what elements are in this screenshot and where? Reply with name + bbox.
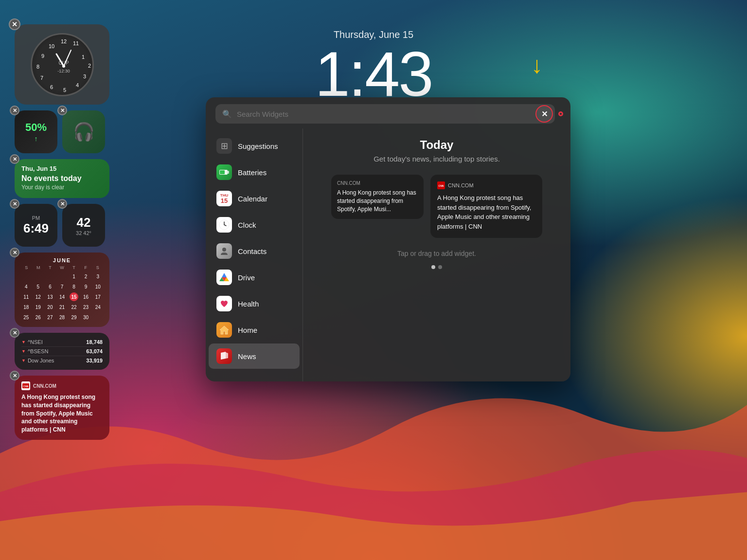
suggestions-icon: ⊞ [216,138,232,154]
clock-icon [216,217,232,233]
sidebar-item-health[interactable]: Health [209,291,300,316]
headphone-icon: 🎧 [73,122,95,142]
news-headline-left: A Hong Kong protest song has started dis… [21,393,103,434]
cnn-logo-large: CNN [437,181,445,189]
sidebar-item-suggestions[interactable]: ⊞ Suggestions [209,133,300,159]
mini-calendar-widget: ✕ JUNE SMTWTFS 1 2 3 4 5 6 7 8 9 10 11 1… [15,253,109,327]
contacts-icon-svg [219,246,229,256]
svg-text:9: 9 [41,53,44,59]
arrow-indicator: ↓ [531,54,543,77]
news-source-label: CNN.COM [33,383,56,389]
battery-widget: ✕ 50% ↑ [15,110,57,153]
panel-body: ⊞ Suggestions Batteries THU 15 [206,128,570,381]
stock-row-bsesn: ▼ ^BSESN 63,074 [21,347,103,356]
sidebar-label-suggestions: Suggestions [238,142,278,150]
cnn-svg: CNN [22,383,29,388]
svg-rect-21 [220,170,225,174]
panel-close-button[interactable]: ✕ [535,105,553,123]
mini-cal-days-header: SMTWTFS [20,265,104,270]
news-icon-svg [219,351,230,361]
search-icon: 🔍 [222,109,232,119]
stock-row-nsei: ▼ ^NSEI 18,748 [21,338,103,347]
svg-text:3: 3 [83,73,86,79]
svg-rect-20 [228,171,229,174]
add-widget-hint: Tap or drag to add widget. [397,250,476,257]
sidebar-label-batteries: Batteries [238,168,267,177]
sidebar-label-health: Health [238,300,259,308]
svg-text:CNN: CNN [439,184,444,187]
pagination-dots [431,265,442,269]
svg-marker-33 [220,326,229,334]
home-icon-svg [219,325,230,335]
news-card-large[interactable]: CNN CNN.COM A Hong Kong protest song has… [430,175,542,238]
yellow-arrow-icon: ↓ [531,54,543,77]
temp-widget: ✕ 42 32 42° [62,204,105,247]
news-card-small[interactable]: CNN.COM A Hong Kong protest song has sta… [331,175,424,219]
sidebar-item-home[interactable]: Home [209,317,300,343]
svg-text:6: 6 [50,84,53,90]
battery-percent: 50% [25,121,47,134]
contacts-icon [216,243,232,259]
clock-widget-close[interactable]: ✕ [9,18,20,30]
calendar-icon: THU 15 [216,191,232,206]
center-datetime: Thursday, June 15 1:43 [315,29,432,106]
svg-text:2: 2 [88,63,90,69]
temp-widget-close[interactable]: ✕ [57,199,67,209]
news-card-small-headline: A Hong Kong protest song has started dis… [337,189,418,213]
sidebar-item-clock[interactable]: Clock [209,212,300,237]
svg-marker-27 [222,273,227,277]
battery-icon-svg [219,169,229,176]
time-value: 6:49 [23,221,49,236]
time-ampm-label: PM [32,215,40,221]
battery-arrow-icon: ↑ [34,135,37,143]
news-widget-left: ✕ CNN CNN.COM A Hong Kong protest song h… [15,376,109,440]
sidebar-item-contacts[interactable]: Contacts [209,238,300,264]
svg-point-16 [62,65,65,68]
svg-text:11: 11 [72,40,78,46]
content-subtitle: Get today's news, including top stories. [374,155,500,163]
svg-text:8: 8 [36,64,39,70]
news-source-row: CNN CNN.COM [21,381,103,390]
batteries-icon [216,164,232,180]
small-widgets-row-1: ✕ 50% ↑ ✕ 🎧 [15,110,117,153]
news-widget-close[interactable]: ✕ [10,371,19,380]
home-icon [216,322,232,338]
cnn-domain-label: CNN.COM [448,182,474,188]
health-icon [216,296,232,311]
sidebar-item-batteries[interactable]: Batteries [209,160,300,185]
dot-2[interactable] [438,265,442,269]
news-card-small-source: CNN.COM [337,181,418,186]
content-title: Today [420,138,454,152]
time-pm-widget: ✕ PM 6:49 [15,204,57,247]
drive-icon-svg [218,271,230,283]
news-card-large-source-row: CNN CNN.COM [437,181,535,189]
sidebar-item-news[interactable]: News [209,343,300,369]
search-bar[interactable]: 🔍 [215,104,555,124]
calendar-event-widget: ✕ Thu, Jun 15 No events today Your day i… [15,159,109,198]
time-widget-close[interactable]: ✕ [10,199,19,209]
mini-cal-close[interactable]: ✕ [10,248,19,257]
svg-text:10: 10 [48,43,54,49]
stocks-widget-close[interactable]: ✕ [10,328,19,338]
mini-cal-grid: 1 2 3 4 5 6 7 8 9 10 11 12 13 14 15 16 1… [20,271,104,322]
sidebar-item-drive[interactable]: Drive [209,265,300,290]
headphone-widget: ✕ 🎧 [62,110,105,153]
sidebar-label-contacts: Contacts [238,247,267,255]
battery-widget-close[interactable]: ✕ [10,106,19,115]
today-date: 15 [70,292,78,301]
temp-value: 42 [77,215,91,230]
sidebar-item-calendar[interactable]: THU 15 Calendar [209,186,300,211]
red-ring-highlight [558,111,563,116]
search-input[interactable] [237,110,548,118]
temp-range: 32 42° [76,230,91,236]
news-card-large-headline: A Hong Kong protest song has started dis… [437,193,535,231]
news-icon [216,348,232,364]
drive-icon [216,270,232,285]
headphone-widget-close[interactable]: ✕ [57,106,67,115]
svg-text:CNN: CNN [23,385,29,388]
stock-row-dow: ▼ Dow Jones 33,919 [21,356,103,365]
cal-event-widget-close[interactable]: ✕ [10,154,19,164]
panel-header: 🔍 ✕ [206,97,570,128]
dot-1[interactable] [431,265,435,269]
sidebar-label-drive: Drive [238,273,255,282]
